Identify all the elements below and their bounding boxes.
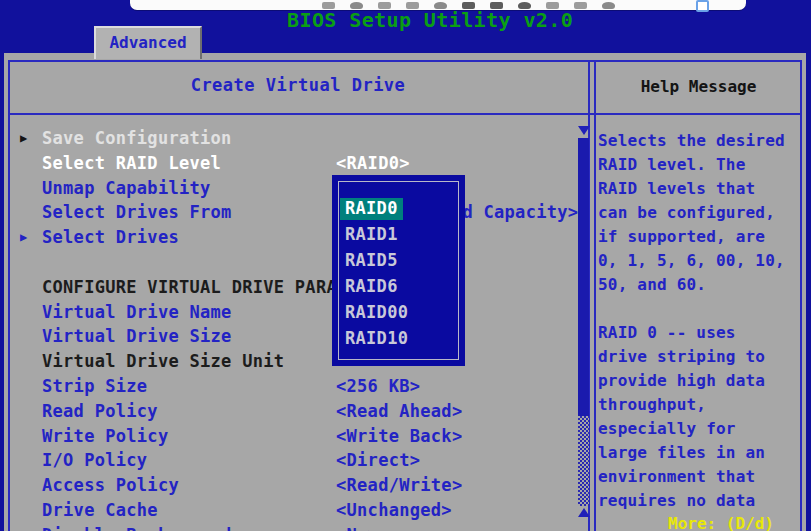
dropdown-option-raid6[interactable]: RAID6 [345,276,398,298]
help-text-line: provide high data [598,371,803,390]
dropdown-option-raid0[interactable]: RAID0 [340,198,403,220]
header-divider-line [8,113,802,115]
menu-row-unmap-capability[interactable]: Unmap Capability [4,178,574,200]
dropdown-option-raid00[interactable]: RAID00 [345,302,408,324]
menu-item-label: Select RAID Level [42,153,221,173]
help-text-line: RAID level. The [598,155,803,174]
menu-item-label: Read Policy [42,401,158,421]
menu-item-label: Save Configuration [42,128,232,148]
menu-item-value: <Direct> [336,450,420,470]
menu-item-label: Select Drives [42,227,179,247]
help-text-line: especially for [598,419,803,438]
menu-row-virtual-drive-size[interactable]: Virtual Drive Size [4,326,574,348]
help-text-line: RAID 0 -- uses [598,323,803,342]
menu-item-value: <No> [336,525,378,531]
toolbar-button-fragment-icon[interactable] [574,2,587,9]
menu-row-disable-background[interactable]: Disable Background<No> [4,525,574,531]
dropdown-option-raid1[interactable]: RAID1 [345,224,398,246]
dropdown-option-raid10[interactable]: RAID10 [345,328,408,350]
menu-row-write-policy[interactable]: Write Policy<Write Back> [4,426,574,448]
menu-item-value: <RAID0> [336,153,410,173]
help-text-line: if supported, are [598,227,803,246]
menu-item-value: <Read/Write> [336,475,462,495]
scrollbar-down-arrow-icon[interactable] [578,126,590,135]
help-panel-title: Help Message [596,77,801,96]
toolbar-button-fragment-icon[interactable] [462,2,475,9]
menu-row-configure-virtual-drive-parameters: CONFIGURE VIRTUAL DRIVE PARAMETERS: [4,277,574,299]
menu-item-label: Drive Cache [42,500,158,520]
main-panel: Create Virtual Drive Help Message ▶Save … [4,53,806,531]
dropdown-option-raid5[interactable]: RAID5 [345,250,398,272]
help-text-line: 0, 1, 5, 6, 00, 10, [598,251,803,270]
bios-title: BIOS Setup Utility v2.0 [287,8,573,32]
help-text-line: 50, and 60. [598,275,803,294]
toolbar-button-fragment-icon[interactable] [322,2,335,9]
scrollbar-up-arrow-icon[interactable] [578,508,590,517]
menu-row-select-raid-level[interactable]: Select RAID Level<RAID0> [4,153,574,175]
menu-item-value: <256 KB> [336,376,420,396]
menu-row-select-drives[interactable]: ▶Select Drives [4,227,574,249]
menu-row-select-drives-from[interactable]: Select Drives From<Unconfigured Capacity… [4,202,574,224]
toolbar-button-fragment-icon[interactable] [434,2,447,9]
menu-item-label: Write Policy [42,426,168,446]
tab-advanced[interactable]: Advanced [94,26,202,59]
toolbar-button-fragment-icon[interactable] [490,2,503,9]
menu-row-strip-size[interactable]: Strip Size<256 KB> [4,376,574,398]
help-text-line: Selects the desired [598,131,803,150]
menu-item-label: Unmap Capability [42,178,211,198]
scrollbar-thumb[interactable] [578,138,589,416]
menu-row-virtual-drive-name[interactable]: Virtual Drive Name [4,302,574,324]
panel-border-top [8,60,802,62]
submenu-arrow-icon: ▶ [20,230,28,244]
menu-item-label: Select Drives From [42,202,232,222]
menu-row-virtual-drive-size-unit: Virtual Drive Size Unit [4,351,574,373]
menu-item-value: <Unchanged> [336,500,452,520]
menu-item-label: Virtual Drive Size Unit [42,351,284,371]
browser-toolbar-fragment [130,0,746,10]
menu-item-value: <Write Back> [336,426,462,446]
help-text-line: RAID levels that [598,179,803,198]
scrollbar-track[interactable] [578,416,589,506]
toolbar-button-fragment-icon[interactable] [546,2,559,9]
menu-row-i-o-policy[interactable]: I/O Policy<Direct> [4,450,574,472]
toolbar-button-fragment-icon[interactable] [406,2,419,9]
menu-row-access-policy[interactable]: Access Policy<Read/Write> [4,475,574,497]
help-more-indicator: More: (D/d) [668,514,774,531]
toolbar-button-fragment-icon[interactable] [378,2,391,9]
menu-item-label: Disable Background [42,525,232,531]
menu-item-label: Virtual Drive Size [42,326,232,346]
help-text-line: throughput, [598,395,803,414]
bios-screen: BIOS Setup Utility v2.0 Advanced Create … [0,0,811,531]
menu-row-drive-cache[interactable]: Drive Cache<Unchanged> [4,500,574,522]
menu-item-label: Strip Size [42,376,147,396]
help-text-line: large files in an [598,443,803,462]
toolbar-button-fragment-icon[interactable] [518,2,531,9]
submenu-arrow-icon: ▶ [20,131,28,145]
panel-divider-inner [594,60,596,531]
menu-item-label: Virtual Drive Name [42,302,232,322]
menu-item-label: Access Policy [42,475,179,495]
menu-item-value: <Read Ahead> [336,401,462,421]
help-text-line: drive striping to [598,347,803,366]
menu-row-save-configuration[interactable]: ▶Save Configuration [4,128,574,150]
menu-item-label: I/O Policy [42,450,147,470]
help-text-line: requires no data [598,491,803,510]
toolbar-button-fragment-icon[interactable] [350,2,363,9]
page-title: Create Virtual Drive [8,75,588,95]
toolbar-focus-square-icon[interactable] [696,0,709,12]
raid-level-dropdown: RAID0RAID1RAID5RAID6RAID00RAID10 [332,175,465,366]
scrollbar[interactable] [576,123,592,531]
menu-row-read-policy[interactable]: Read Policy<Read Ahead> [4,401,574,423]
help-text-line: environment that [598,467,803,486]
help-text-line: can be configured, [598,203,803,222]
toolbar-button-fragment-icon[interactable] [602,2,615,9]
